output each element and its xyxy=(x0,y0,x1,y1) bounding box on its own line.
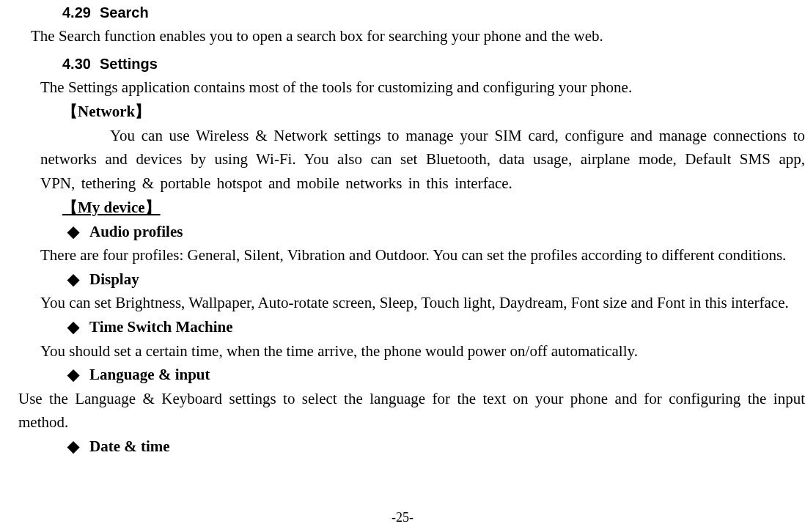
langinput-title: Language & input xyxy=(89,363,210,387)
diamond-icon: ◆ xyxy=(67,315,79,339)
audio-profiles-body: There are four profiles: General, Silent… xyxy=(0,243,805,267)
display-item: ◆ Display xyxy=(67,267,805,292)
datetime-title: Date & time xyxy=(89,435,170,459)
mydevice-heading: 【My device】 xyxy=(62,196,805,220)
section-4-29-heading: 4.29 Search xyxy=(62,1,805,24)
audio-profiles-title: Audio profiles xyxy=(89,220,183,244)
section-4-29-number: 4.29 xyxy=(62,1,91,24)
section-4-30-title: Settings xyxy=(100,53,158,75)
audio-profiles-item: ◆ Audio profiles xyxy=(67,220,805,244)
display-body: You can set Brightness, Wallpaper, Auto-… xyxy=(0,291,805,315)
timeswitch-body: You should set a certain time, when the … xyxy=(0,339,805,363)
datetime-item: ◆ Date & time xyxy=(67,435,805,459)
network-body: You can use Wireless & Network settings … xyxy=(0,124,805,196)
display-title: Display xyxy=(89,267,139,292)
diamond-icon: ◆ xyxy=(67,220,79,244)
langinput-body: Use the Language & Keyboard settings to … xyxy=(18,387,805,435)
mydevice-heading-text: 【My device】 xyxy=(62,199,161,216)
timeswitch-title: Time Switch Machine xyxy=(89,315,233,339)
section-4-30-intro: The Settings application contains most o… xyxy=(40,75,805,100)
network-heading: 【Network】 xyxy=(62,100,805,124)
diamond-icon: ◆ xyxy=(67,267,79,292)
timeswitch-item: ◆ Time Switch Machine xyxy=(67,315,805,339)
page-number: -25- xyxy=(0,508,805,528)
diamond-icon: ◆ xyxy=(67,435,79,459)
section-4-30-number: 4.30 xyxy=(62,53,91,75)
langinput-item: ◆ Language & input xyxy=(67,363,805,387)
section-4-30-heading: 4.30 Settings xyxy=(62,53,805,75)
section-4-29-body: The Search function enables you to open … xyxy=(31,24,805,48)
diamond-icon: ◆ xyxy=(67,363,79,387)
section-4-29-title: Search xyxy=(100,1,149,24)
